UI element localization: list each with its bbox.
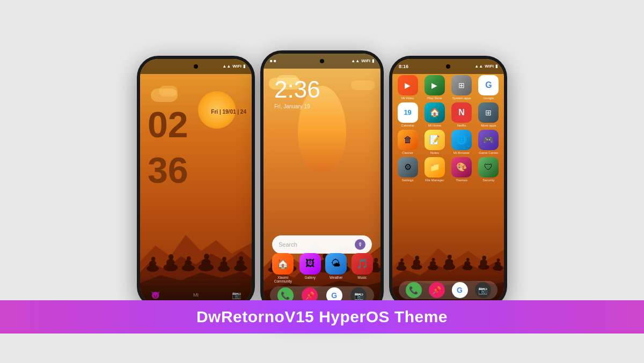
svg-rect-16: [184, 264, 186, 270]
app-game-center[interactable]: 🎮 Game Center: [477, 130, 501, 154]
mi-home-icon: 🏠: [425, 102, 445, 123]
clock-date: Fri | 19/01 | 24: [211, 108, 246, 115]
center-signal: ▲▲: [351, 58, 360, 63]
system-apps-icon: ⊞: [451, 75, 472, 95]
camera-bottom-icon: 📷: [232, 291, 241, 299]
game-center-label: Game Center: [479, 151, 498, 154]
svg-rect-125: [499, 265, 501, 271]
app-google[interactable]: G Google: [477, 75, 501, 100]
banner-text: DwRetornoV15 HyperOS Theme: [196, 308, 448, 325]
app-music-icon: 🎵: [352, 253, 373, 275]
center-status-icons: ▲▲ WiFi ▮: [351, 58, 374, 63]
right-app-grid: ▶ Mi Video ▶ Play Store ⊞ System apps G …: [396, 75, 501, 182]
app-mi-browser[interactable]: 🌐 Mi Browser: [450, 130, 474, 154]
center-cloud-3: [351, 80, 375, 90]
status-bar-right: 8:16 ▲▲ WiFi ▮: [392, 59, 504, 74]
svg-rect-103: [433, 261, 434, 264]
app-weather[interactable]: 🌤 Weather: [325, 253, 347, 283]
play-store-icon: ▶: [425, 75, 445, 95]
app-netflix[interactable]: N Netflix: [450, 102, 474, 127]
svg-rect-91: [401, 261, 402, 265]
status-bar-left: ▲▲ WiFi ▮: [140, 59, 252, 74]
clock-hours: 02: [148, 107, 188, 142]
app-gallery[interactable]: 🖼 Gallery: [299, 253, 321, 283]
right-dock-camera[interactable]: 📷: [475, 282, 491, 298]
center-wifi-status: ■ ■: [270, 58, 276, 63]
app-system[interactable]: ⊞ System apps: [450, 75, 474, 100]
right-camel-silhouette: [392, 251, 504, 273]
more-apps-icon: ⊞: [478, 102, 499, 123]
app-gallery-label: Gallery: [304, 276, 316, 279]
app-security[interactable]: 🛡 Security: [477, 157, 501, 182]
phone-right-screen: 8:16 ▲▲ WiFi ▮ ▶ Mi Video: [392, 59, 504, 305]
svg-point-15: [182, 265, 195, 271]
svg-point-93: [411, 264, 422, 270]
app-music[interactable]: 🎵 Music: [352, 253, 373, 283]
svg-rect-35: [243, 265, 245, 271]
file-manager-label: File Manager: [425, 179, 444, 182]
svg-point-116: [466, 258, 470, 261]
theme-banner: DwRetornoV15 HyperOS Theme: [0, 300, 644, 334]
svg-point-105: [443, 264, 456, 270]
right-dock-phone[interactable]: 📞: [406, 282, 422, 298]
app-notes[interactable]: 📝 Notes: [422, 130, 447, 154]
right-dock-pinned[interactable]: 📌: [429, 282, 445, 298]
svg-point-122: [482, 256, 486, 260]
app-weather-icon: 🌤: [325, 253, 347, 275]
right-battery: ▮: [495, 64, 497, 69]
mi-browser-icon: 🌐: [451, 130, 472, 150]
calendar-label: Calendar: [401, 124, 414, 127]
devil-icon: 😈: [151, 291, 160, 299]
mic-button[interactable]: 🎙: [355, 239, 365, 250]
app-file-manager[interactable]: 📁 File Manager: [422, 157, 447, 182]
search-bar[interactable]: Search 🎙: [272, 235, 372, 254]
svg-point-20: [187, 256, 191, 261]
cleaner-icon: 🗑: [398, 130, 418, 150]
themes-icon: 🎨: [451, 157, 472, 177]
app-weather-label: Weather: [330, 276, 342, 279]
svg-point-110: [448, 255, 452, 259]
app-play-store[interactable]: ▶ Play Store: [422, 75, 447, 100]
app-mi-video[interactable]: ▶ Mi Video: [396, 75, 420, 100]
app-row-4: ⚙ Settings 📁 File Manager 🎨 Themes 🛡 Sec…: [396, 157, 501, 182]
phones-container: ▲▲ WiFi ▮ 02 36 Fri | 19/01 | 24 😈 MI 📷: [126, 40, 518, 324]
svg-rect-88: [398, 265, 400, 270]
svg-point-33: [234, 265, 247, 271]
game-center-icon: 🎮: [478, 130, 499, 150]
mi-video-label: Mi Video: [401, 97, 414, 100]
svg-point-8: [151, 257, 156, 261]
app-themes[interactable]: 🎨 Themes: [450, 157, 474, 182]
app-mi-home[interactable]: 🏠 Mi Home: [422, 102, 447, 127]
center-clock: 2:36: [274, 76, 320, 103]
center-battery: ▮: [372, 58, 374, 63]
app-xiaomi[interactable]: 🏠 Xiaomi Community: [271, 253, 295, 283]
app-gallery-icon: 🖼: [299, 253, 321, 275]
google-label: Google: [484, 97, 494, 100]
mi-browser-label: Mi Browser: [453, 151, 470, 154]
app-cleaner[interactable]: 🗑 Cleaner: [396, 130, 420, 154]
right-signal: ▲▲: [474, 64, 483, 69]
svg-point-38: [239, 256, 243, 261]
svg-rect-34: [237, 264, 239, 270]
app-more[interactable]: ⊞ More apps: [477, 102, 501, 127]
right-dock-google[interactable]: G: [452, 282, 468, 298]
settings-icon: ⚙: [398, 157, 418, 177]
svg-point-3: [147, 265, 159, 272]
app-row-3: 🗑 Cleaner 📝 Notes 🌐 Mi Browser 🎮 Game Ce…: [396, 130, 501, 154]
svg-rect-5: [154, 265, 156, 271]
file-manager-icon: 📁: [425, 157, 445, 177]
svg-rect-107: [451, 263, 453, 270]
app-settings[interactable]: ⚙ Settings: [396, 157, 420, 182]
netflix-icon: N: [451, 102, 472, 123]
svg-point-123: [493, 265, 503, 271]
mi-home-label: Mi Home: [428, 124, 441, 127]
app-calendar[interactable]: 19 Calendar: [396, 102, 420, 127]
signal-icon: ▲▲: [222, 64, 231, 69]
svg-point-26: [204, 254, 209, 259]
app-row-2: 19 Calendar 🏠 Mi Home N Netflix ⊞ More a…: [396, 102, 501, 127]
cloud-2: [159, 86, 178, 97]
svg-rect-95: [418, 264, 420, 270]
wifi-icon: WiFi: [232, 64, 241, 69]
clock-minutes: 36: [148, 153, 188, 188]
camel-silhouette-left: [140, 248, 252, 275]
